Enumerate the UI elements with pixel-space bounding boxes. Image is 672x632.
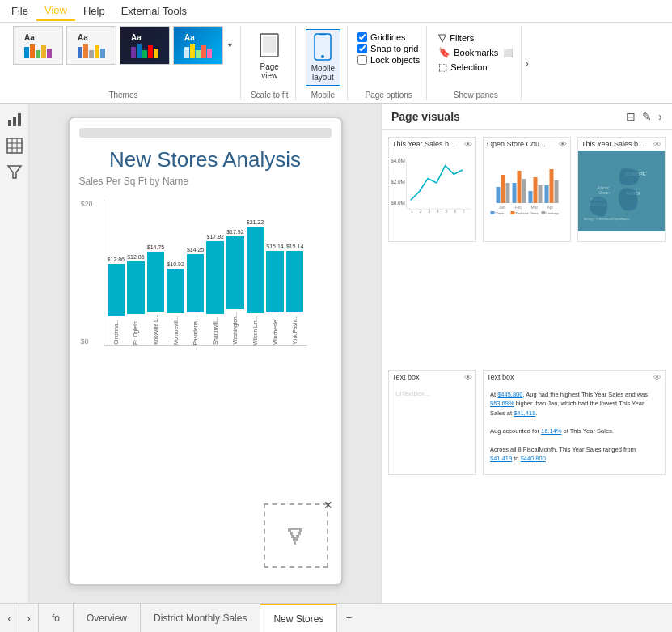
scale-label: Scale to fit <box>251 89 289 100</box>
visual-content-3: EUROPE AFRICA Atlantic Ocean SOUTH AMERI… <box>578 151 665 231</box>
sidebar-icon-chart[interactable] <box>5 110 24 129</box>
panel-expand-btn[interactable]: › <box>658 110 662 123</box>
menu-external-tools[interactable]: External Tools <box>113 2 195 20</box>
theme-default[interactable]: Aa <box>13 26 63 65</box>
ribbon-group-scale: Page view Scale to fit <box>244 26 296 100</box>
visual-eye-3[interactable]: 👁 <box>653 140 661 149</box>
svg-text:Mar: Mar <box>531 205 539 210</box>
mobile-icon <box>313 33 332 64</box>
visual-card-3-title: This Year Sales b... <box>578 138 665 151</box>
panel-pencil-btn[interactable]: ✎ <box>642 110 652 123</box>
menu-file[interactable]: File <box>3 2 36 20</box>
bar-col-2: $14.75Knoxville L... <box>147 244 165 345</box>
visual-eye-5[interactable]: 👁 <box>653 373 661 382</box>
visual-card-line[interactable]: This Year Sales b... 👁 $4.0M $2.0M $0.0M… <box>388 137 476 242</box>
chart-subtitle: Sales Per Sq Ft by Name <box>79 176 332 187</box>
visual-content-2: Jan Feb Mar Apr Chain Fashions Direct Li… <box>484 151 570 231</box>
mobile-frame: New Stores Analysis Sales Per Sq Ft by N… <box>68 117 343 586</box>
bar-rect-3[interactable] <box>167 269 184 313</box>
selection-pane-btn[interactable]: ⬚ Selection <box>437 61 514 74</box>
y-min: $0 <box>81 337 93 346</box>
svg-rect-10 <box>7 138 22 153</box>
bar-rect-6[interactable] <box>226 236 244 309</box>
ribbon-group-show-panes: ▽ Filters 🔖 Bookmarks ⬜ ⬚ Selection Show… <box>430 26 522 100</box>
visual-eye-2[interactable]: 👁 <box>559 140 567 149</box>
themes-dropdown-arrow[interactable]: ▼ <box>226 41 234 49</box>
filter-widget[interactable]: ✕ ⛛ <box>264 503 328 568</box>
bar-rect-2[interactable] <box>147 252 165 312</box>
selection-label: Selection <box>450 62 487 72</box>
svg-text:Apr: Apr <box>547 205 554 210</box>
bar-rect-1[interactable] <box>127 261 145 314</box>
ribbon-group-page-options: Gridlines Snap to grid Lock objects Page… <box>351 26 427 100</box>
tab-overview[interactable]: Overview <box>74 604 141 632</box>
bar-chart[interactable]: $12.86Cincinna...$12.86Ft. Ogleth...$14.… <box>104 200 307 346</box>
gridlines-label: Gridlines <box>370 32 405 42</box>
bar-col-7: $21.22Wilson Lin... <box>247 219 264 345</box>
svg-text:$2.0M: $2.0M <box>391 179 405 185</box>
bar-label-1: Ft. Ogleth... <box>133 317 138 345</box>
ribbon-group-themes: Aa Aa <box>6 26 241 100</box>
gridlines-input[interactable] <box>357 32 367 42</box>
filters-pane-btn[interactable]: ▽ Filters <box>437 31 514 45</box>
visual-content-4: UiTextBox... <box>389 384 475 464</box>
menu-help[interactable]: Help <box>75 2 113 20</box>
svg-rect-7 <box>8 120 11 126</box>
theme-2[interactable]: Aa <box>66 26 116 65</box>
snap-to-grid-input[interactable] <box>357 44 367 53</box>
main-area: New Stores Analysis Sales Per Sq Ft by N… <box>0 104 672 603</box>
tab-prev-btn[interactable]: ‹ <box>0 604 19 632</box>
svg-text:1: 1 <box>411 209 413 214</box>
bar-col-9: $15.14York Fashi... <box>286 244 304 345</box>
visual-card-map[interactable]: This Year Sales b... 👁 EUROPE AFRICA <box>577 137 666 242</box>
snap-to-grid-checkbox[interactable]: Snap to grid <box>357 44 420 53</box>
visual-card-textbox-content[interactable]: Text box 👁 At $445,800, Aug had the high… <box>483 370 666 475</box>
lock-objects-input[interactable] <box>357 55 367 65</box>
tab-new-stores[interactable]: New Stores <box>260 604 337 632</box>
svg-rect-48 <box>542 211 546 214</box>
svg-rect-29 <box>501 175 505 203</box>
gridlines-checkbox[interactable]: Gridlines <box>357 32 420 42</box>
right-panel: Page visuals ⊟ ✎ › This Year Sales b... … <box>381 104 672 603</box>
lock-objects-checkbox[interactable]: Lock objects <box>357 55 420 65</box>
theme-colorful[interactable]: Aa <box>173 26 223 65</box>
filter-close-icon[interactable]: ✕ <box>323 498 333 511</box>
tab-add-btn[interactable]: + <box>337 604 360 632</box>
tab-fo[interactable]: fo <box>39 604 74 632</box>
mobile-layout-btn[interactable]: Mobile layout <box>306 29 340 86</box>
visual-eye-4[interactable]: 👁 <box>464 373 472 382</box>
visual-content-1: $4.0M $2.0M $0.0M 1 2 3 4 5 6 7 <box>389 151 475 231</box>
bar-rect-9[interactable] <box>286 251 304 312</box>
svg-rect-32 <box>518 171 522 203</box>
sidebar-icon-filter[interactable] <box>5 162 24 181</box>
visual-eye-1[interactable]: 👁 <box>464 140 472 149</box>
bar-value-8: $15.14 <box>266 244 283 249</box>
bar-rect-8[interactable] <box>266 251 284 312</box>
filters-label: Filters <box>450 33 474 43</box>
menu-view[interactable]: View <box>36 1 75 21</box>
bar-value-9: $15.14 <box>286 244 303 249</box>
visual-card-textbox-empty[interactable]: Text box 👁 UiTextBox... <box>388 370 476 475</box>
svg-rect-33 <box>522 179 526 203</box>
bar-rect-4[interactable] <box>187 254 205 312</box>
bar-label-5: Sharonvill... <box>213 317 218 345</box>
theme-dark[interactable]: Aa <box>120 26 170 65</box>
page-view-btn[interactable]: Page view <box>252 29 286 84</box>
svg-text:Lindseys: Lindseys <box>547 211 560 215</box>
bar-label-6: Washington... <box>232 312 238 345</box>
bar-rect-0[interactable] <box>108 264 125 316</box>
sidebar-icon-table[interactable] <box>5 136 24 155</box>
filter-funnel-icon: ⛛ <box>283 521 309 551</box>
bar-rect-7[interactable] <box>247 227 264 313</box>
bar-chart-container: $20 $0 $12.86Cincinna...$12.86Ft. Ogleth… <box>104 200 307 346</box>
tab-next-btn[interactable]: › <box>19 604 39 632</box>
tab-district-monthly[interactable]: District Monthly Sales <box>141 604 260 632</box>
visual-card-5-title: Text box <box>484 371 665 384</box>
bar-col-8: $15.14Wincheste... <box>266 244 284 345</box>
ribbon-expand-btn[interactable]: › <box>525 57 529 70</box>
bookmarks-label: Bookmarks <box>454 48 498 57</box>
bar-rect-5[interactable] <box>206 241 224 314</box>
visual-card-bar[interactable]: Open Store Cou... 👁 <box>483 137 571 242</box>
bookmarks-pane-btn[interactable]: 🔖 Bookmarks ⬜ <box>437 46 514 59</box>
panel-sliders-btn[interactable]: ⊟ <box>626 110 636 123</box>
